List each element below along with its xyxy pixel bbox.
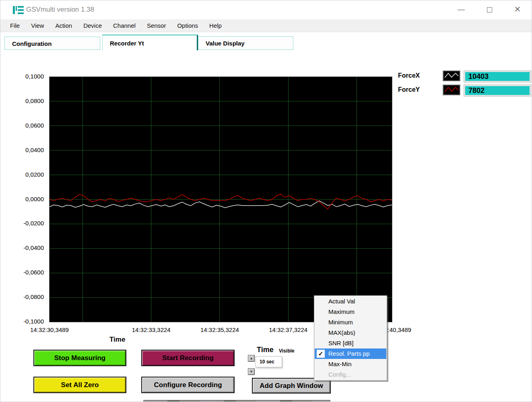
maximize-button[interactable] [480, 3, 499, 16]
y-tick-label: 0,0600 [12, 122, 44, 129]
y-tick-label: -0,0400 [12, 244, 44, 251]
tab-label: Value Display [206, 40, 245, 47]
menu-device[interactable]: Device [78, 19, 107, 32]
context-menu-item-actual-val[interactable]: Actual Val [315, 296, 386, 307]
gsvmulti-window: { "window": { "title": "GSVmulti version… [0, 0, 532, 402]
time-visible-sublabel: Visible [279, 348, 294, 354]
y-tick-label: 0,1000 [12, 73, 44, 80]
value-display-forcex[interactable]: 10403 [464, 70, 531, 82]
time-visible-label: Time [257, 346, 274, 354]
start-recording-button[interactable]: Start Recording [141, 350, 235, 366]
context-menu-item-config: Config... [315, 369, 386, 380]
minimize-button[interactable]: — [452, 3, 470, 16]
set-all-zero-button[interactable]: Set All Zero [33, 377, 126, 393]
maximize-icon [487, 7, 492, 12]
context-menu-item-maximum[interactable]: Maximum [315, 307, 386, 317]
title-bar: GSVmulti version 1.38 — ✕ [0, 0, 532, 19]
x-tick-label: 14:32:35,3224 [200, 326, 239, 333]
time-decrement-button[interactable]: ▼ [248, 368, 255, 375]
tab-label: Configuration [12, 40, 52, 47]
tab-value-display[interactable]: Value Display [198, 36, 293, 50]
menu-options[interactable]: Options [171, 19, 204, 32]
tab-recorder-yt[interactable]: Recorder Yt [102, 35, 198, 50]
close-button[interactable]: ✕ [508, 3, 527, 16]
checkmark-icon: ✓ [317, 350, 325, 358]
configure-recording-button[interactable]: Configure Recording [141, 377, 235, 393]
context-menu-item-minimum[interactable]: Minimum [315, 317, 386, 328]
legend-label-forcex: ForceX [398, 72, 420, 79]
y-tick-label: 0,0800 [12, 97, 44, 104]
chart-plot-area[interactable] [49, 76, 392, 322]
menu-bar: FileViewActionDeviceChannelSensorOptions… [0, 19, 532, 32]
y-tick-label: -0,0600 [12, 269, 44, 276]
value-text: 10403 [465, 72, 530, 81]
x-tick-label: 14:32:33,3224 [132, 326, 171, 333]
time-increment-button[interactable]: ▲ [248, 355, 255, 362]
app-logo-icon [13, 6, 24, 14]
stop-measuring-button[interactable]: Stop Measuring [33, 350, 126, 366]
time-visible-field[interactable]: 10 sec [256, 356, 282, 367]
menu-view[interactable]: View [25, 19, 49, 32]
window-title: GSVmulti version 1.38 [26, 6, 94, 14]
legend-line-icon-forcex[interactable] [443, 70, 460, 81]
context-menu-item-snr-db[interactable]: SNR [dB] [315, 338, 386, 348]
partial-window-edge [143, 400, 330, 402]
context-menu-item-max-abs[interactable]: MAX(abs) [315, 328, 386, 338]
y-tick-label: 0,0000 [12, 196, 44, 202]
x-axis-title: Time [109, 336, 125, 344]
menu-channel[interactable]: Channel [107, 19, 141, 32]
tab-label: Recorder Yt [110, 39, 144, 46]
context-menu-item-resol-parts-pp[interactable]: Resol. Parts pp✓ [315, 348, 386, 359]
menu-help[interactable]: Help [204, 19, 227, 32]
y-tick-label: -0,1000 [12, 318, 44, 325]
value-text: 7802 [465, 86, 530, 95]
menu-sensor[interactable]: Sensor [141, 19, 172, 32]
x-tick-label: 14:32:37,3224 [269, 326, 307, 333]
y-tick-label: 0,0200 [12, 171, 44, 178]
legend-line-icon-forcey[interactable] [443, 85, 460, 95]
chart-canvas [49, 77, 392, 322]
menu-action[interactable]: Action [49, 19, 78, 32]
y-tick-label: -0,0800 [12, 293, 44, 300]
y-tick-label: -0,0200 [12, 220, 44, 227]
value-display-forcey[interactable]: 7802 [464, 85, 531, 97]
x-tick-label: 14:32:30,3489 [30, 326, 69, 333]
tab-configuration[interactable]: Configuration [4, 37, 100, 50]
y-tick-label: 0,0400 [12, 146, 44, 153]
context-menu-item-max-min[interactable]: Max-Min [315, 359, 386, 369]
context-menu: Actual ValMaximumMinimumMAX(abs)SNR [dB]… [314, 295, 387, 381]
legend-label-forcey: ForceY [398, 86, 420, 93]
menu-file[interactable]: File [4, 19, 25, 32]
